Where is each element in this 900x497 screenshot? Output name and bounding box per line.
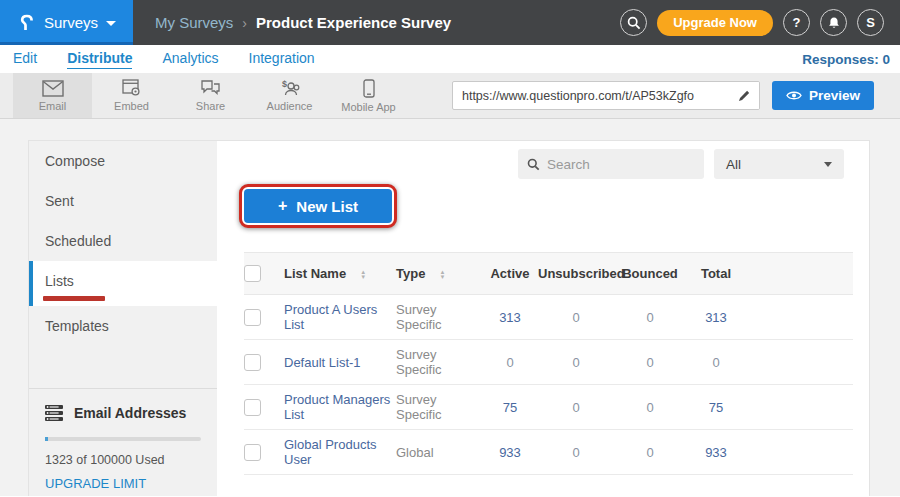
row-checkbox[interactable] <box>244 444 261 461</box>
avatar-initial: S <box>866 15 875 30</box>
sidebar-item-compose[interactable]: Compose <box>29 141 217 181</box>
row-checkbox[interactable] <box>244 399 261 416</box>
share-url-input[interactable] <box>453 89 731 103</box>
questionpro-logo-icon <box>17 12 36 34</box>
row-checkbox[interactable] <box>244 354 261 371</box>
email-lists-table: List Name▲▼Type▲▼ActiveUnsubscribedBounc… <box>244 252 853 475</box>
channel-audience[interactable]: $ Audience <box>250 73 329 118</box>
email-usage-text: 1323 of 100000 Used <box>45 453 201 467</box>
column-header[interactable]: List Name▲▼ <box>284 253 396 295</box>
breadcrumb-my-surveys[interactable]: My Surveys <box>155 14 233 31</box>
lists-content: All + New List List Name▲▼Type▲▼ActiveUn… <box>217 141 869 496</box>
search-button[interactable] <box>620 9 647 36</box>
column-header[interactable]: Unsubscribed <box>538 253 614 295</box>
filter-selected-value: All <box>726 157 741 172</box>
count-cell: 0 <box>614 430 686 475</box>
table-header-row: List Name▲▼Type▲▼ActiveUnsubscribedBounc… <box>244 253 853 295</box>
page-background: Compose Sent Scheduled Lists Templates <box>0 119 900 496</box>
count-cell: 0 <box>538 295 614 340</box>
plus-icon: + <box>278 197 287 215</box>
email-icon <box>42 80 64 97</box>
share-url-box <box>452 81 760 110</box>
list-type: Survey Specific <box>396 295 482 340</box>
list-stack-icon <box>45 405 63 421</box>
header-actions: Upgrade Now ? S <box>620 9 900 36</box>
sort-icon[interactable]: ▲▼ <box>360 270 366 280</box>
column-label: Active <box>490 266 529 281</box>
new-list-button[interactable]: + New List <box>244 189 392 223</box>
column-header[interactable]: Total <box>686 253 746 295</box>
list-filter-row: All <box>217 149 844 179</box>
search-icon <box>527 158 540 171</box>
channel-label: Embed <box>114 100 149 112</box>
edit-url-button[interactable] <box>731 82 759 109</box>
share-url-group: Preview <box>452 81 900 110</box>
channel-email[interactable]: Email <box>13 73 92 118</box>
list-type: Survey Specific <box>396 385 482 430</box>
responses-count[interactable]: Responses: 0 <box>802 52 900 67</box>
channel-share[interactable]: Share <box>171 73 250 118</box>
count-cell: 0 <box>614 340 686 385</box>
red-highlight-annotation: + New List <box>239 184 397 228</box>
distribute-toolbar: Email Embed Share $ A <box>0 73 900 119</box>
upgrade-limit-link[interactable]: UPGRADE LIMIT <box>45 476 146 491</box>
product-switcher-label: Surveys <box>44 14 98 31</box>
sidebar-item-sent[interactable]: Sent <box>29 181 217 221</box>
channel-mobile-app[interactable]: Mobile App <box>329 73 408 118</box>
red-underline-annotation <box>43 296 105 301</box>
column-header[interactable]: Type▲▼ <box>396 253 482 295</box>
channel-label: Share <box>196 100 225 112</box>
tab-integration[interactable]: Integration <box>249 50 315 68</box>
sort-icon[interactable]: ▲▼ <box>439 270 445 280</box>
count-cell: 0 <box>538 340 614 385</box>
pencil-icon <box>738 89 751 102</box>
audience-icon: $ <box>279 79 301 97</box>
channel-embed[interactable]: Embed <box>92 73 171 118</box>
list-search-box <box>518 149 704 179</box>
search-input[interactable] <box>547 157 695 172</box>
tab-analytics[interactable]: Analytics <box>162 50 218 68</box>
table-row: Product Managers ListSurvey Specific7500… <box>244 385 853 430</box>
sidebar-item-templates[interactable]: Templates <box>29 306 217 346</box>
sidebar-item-scheduled[interactable]: Scheduled <box>29 221 217 261</box>
new-list-label: New List <box>296 198 358 215</box>
count-cell[interactable]: 313 <box>482 295 538 340</box>
table-row: Product A Users ListSurvey Specific31300… <box>244 295 853 340</box>
list-name-link[interactable]: Global Products User <box>284 437 377 467</box>
list-name-link[interactable]: Product A Users List <box>284 302 377 332</box>
column-label: Type <box>396 266 425 281</box>
email-addresses-section: Email Addresses 1323 of 100000 Used UPGR… <box>29 388 217 492</box>
count-cell[interactable]: 75 <box>686 385 746 430</box>
column-header[interactable]: Bounced <box>614 253 686 295</box>
tab-distribute[interactable]: Distribute <box>67 50 132 69</box>
count-cell[interactable]: 75 <box>482 385 538 430</box>
count-cell[interactable]: 933 <box>686 430 746 475</box>
count-cell: 0 <box>614 295 686 340</box>
column-header[interactable]: Active <box>482 253 538 295</box>
search-icon <box>627 16 641 30</box>
list-type-filter-dropdown[interactable]: All <box>714 149 844 179</box>
app-root: Surveys My Surveys › Product Experience … <box>0 0 900 497</box>
notifications-button[interactable] <box>820 9 847 36</box>
email-lists-panel: Compose Sent Scheduled Lists Templates <box>28 140 870 496</box>
eye-icon <box>786 90 802 101</box>
preview-button[interactable]: Preview <box>772 81 874 110</box>
chevron-down-icon <box>106 21 116 26</box>
email-addresses-title: Email Addresses <box>74 405 186 421</box>
upgrade-now-button[interactable]: Upgrade Now <box>657 10 773 36</box>
list-name-link[interactable]: Product Managers List <box>284 392 390 422</box>
row-checkbox[interactable] <box>244 309 261 326</box>
count-cell[interactable]: 933 <box>482 430 538 475</box>
email-sidebar: Compose Sent Scheduled Lists Templates <box>29 141 217 496</box>
select-all-checkbox[interactable] <box>244 265 261 282</box>
sidebar-item-lists[interactable]: Lists <box>29 261 217 306</box>
list-name-link[interactable]: Default List-1 <box>284 355 361 370</box>
account-avatar[interactable]: S <box>857 9 884 36</box>
embed-icon <box>122 79 142 97</box>
breadcrumb-separator-icon: › <box>242 15 247 31</box>
tab-edit[interactable]: Edit <box>13 50 37 68</box>
breadcrumb-current-survey: Product Experience Survey <box>256 14 451 31</box>
count-cell[interactable]: 313 <box>686 295 746 340</box>
product-switcher[interactable]: Surveys <box>0 0 133 45</box>
help-button[interactable]: ? <box>783 9 810 36</box>
